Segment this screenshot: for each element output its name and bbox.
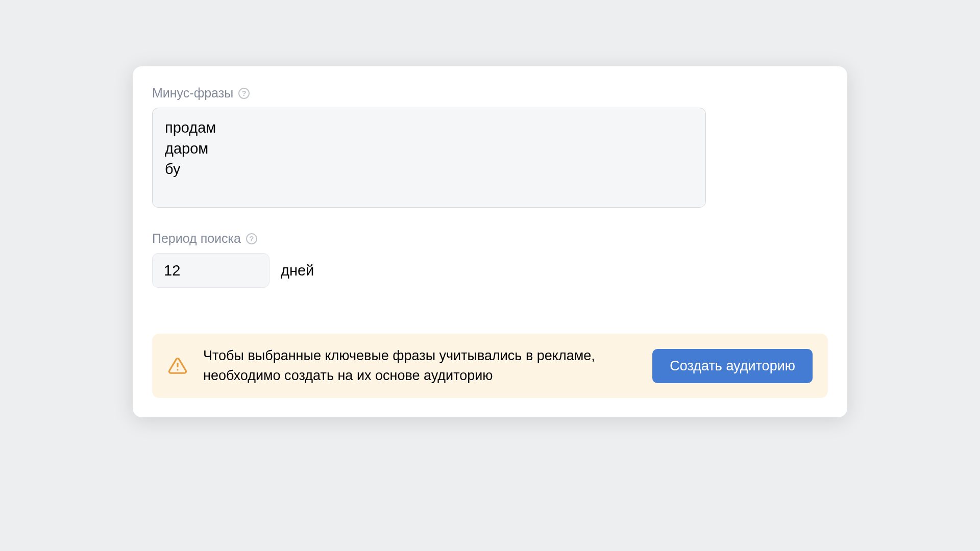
negative-phrases-input[interactable] [152, 108, 706, 208]
negative-phrases-label-row: Минус-фразы ? [152, 86, 828, 101]
search-period-input[interactable] [152, 253, 270, 288]
warning-icon [167, 356, 188, 376]
help-icon[interactable]: ? [246, 233, 257, 244]
negative-phrases-label: Минус-фразы [152, 86, 233, 101]
help-icon[interactable]: ? [238, 88, 250, 99]
settings-card: Минус-фразы ? Период поиска ? дней Чтобы… [133, 66, 847, 417]
search-period-label-row: Период поиска ? [152, 231, 828, 246]
search-period-row: дней [152, 253, 828, 288]
search-period-label: Период поиска [152, 231, 241, 246]
search-period-unit: дней [281, 262, 314, 279]
alert-banner: Чтобы выбранные ключевые фразы учитывали… [152, 334, 828, 398]
negative-phrases-group: Минус-фразы ? [152, 86, 828, 210]
search-period-group: Период поиска ? дней [152, 231, 828, 288]
create-audience-button[interactable]: Создать аудиторию [652, 349, 813, 383]
alert-message: Чтобы выбранные ключевые фразы учитывали… [203, 346, 637, 386]
